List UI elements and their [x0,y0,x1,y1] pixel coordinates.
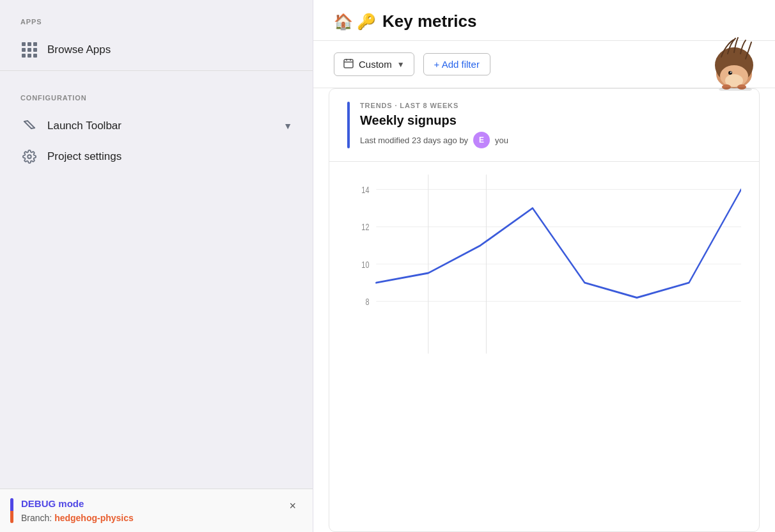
svg-point-13 [730,72,732,73]
custom-label: Custom [359,59,392,70]
filter-bar: Custom ▼ + Add filter [313,41,775,88]
debug-mode-label: DEBUG mode [21,498,134,509]
header-icons: 🏠 🔑 [334,13,376,31]
tools-icon [20,117,38,135]
grid-icon [20,41,38,59]
debug-bar: DEBUG mode Branch: hedgehog-physics × [0,489,313,532]
debug-branch-label: Branch: hedgehog-physics [21,513,134,523]
sidebar-item-browse-apps[interactable]: Browse Apps [0,35,313,65]
svg-line-1 [27,121,35,128]
sidebar-item-launch-toolbar[interactable]: Launch Toolbar ▼ [0,111,313,141]
card-subtitle: TRENDS · LAST 8 WEEKS [360,102,508,109]
branch-prefix: Branch: [21,513,52,523]
sidebar-divider-1 [0,70,313,71]
debug-stripe [10,498,13,523]
launch-toolbar-label: Launch Toolbar [47,120,121,132]
svg-line-0 [24,121,31,129]
svg-rect-5 [344,59,353,68]
svg-text:8: 8 [365,297,369,308]
sidebar-item-project-settings[interactable]: Project settings [0,141,313,172]
configuration-section-label: CONFIGURATION [0,76,313,111]
launch-toolbar-chevron: ▼ [283,121,292,131]
svg-text:12: 12 [361,223,369,233]
home-icon: 🏠 [334,13,353,31]
card-title: Weekly signups [360,113,508,128]
svg-line-3 [31,128,35,129]
key-icon: 🔑 [357,13,376,31]
page-title: Key metrics [382,12,476,31]
calendar-icon [343,58,354,70]
author-name: you [495,136,508,145]
avatar: E [473,132,490,148]
svg-text:14: 14 [361,185,369,196]
svg-point-12 [728,71,732,75]
page-header: 🏠 🔑 Key metrics [313,0,775,41]
branch-value: hedgehog-physics [54,513,134,523]
debug-stripe-blue [10,498,13,511]
card-accent-bar [347,102,350,148]
card-meta: Last modified 23 days ago by E you [360,132,508,148]
svg-line-2 [24,121,27,121]
project-settings-label: Project settings [47,150,121,163]
svg-text:10: 10 [361,260,369,270]
custom-date-button[interactable]: Custom ▼ [334,52,414,76]
card-meta-text: Last modified 23 days ago by [360,136,468,145]
dropdown-arrow-icon: ▼ [397,60,405,69]
debug-close-button[interactable]: × [285,498,300,514]
hedgehog-mascot [708,35,760,92]
apps-section-label: APPS [0,0,313,35]
card-header: TRENDS · LAST 8 WEEKS Weekly signups Las… [329,89,759,162]
svg-point-4 [27,155,31,159]
gear-icon [20,148,38,166]
sidebar: APPS Browse Apps CONFIGURATION Launch To… [0,0,313,532]
browse-apps-label: Browse Apps [47,43,111,56]
main-content: 🏠 🔑 Key metrics Custom ▼ + Add filter [313,0,775,532]
debug-text: DEBUG mode Branch: hedgehog-physics [21,498,134,523]
chart-svg: 14 12 10 8 [347,175,741,354]
card-header-content: TRENDS · LAST 8 WEEKS Weekly signups Las… [360,102,508,148]
add-filter-button[interactable]: + Add filter [423,53,490,75]
chart-area: 14 12 10 8 [329,162,759,354]
debug-stripe-orange [10,511,13,524]
chart-card: TRENDS · LAST 8 WEEKS Weekly signups Las… [329,88,760,532]
